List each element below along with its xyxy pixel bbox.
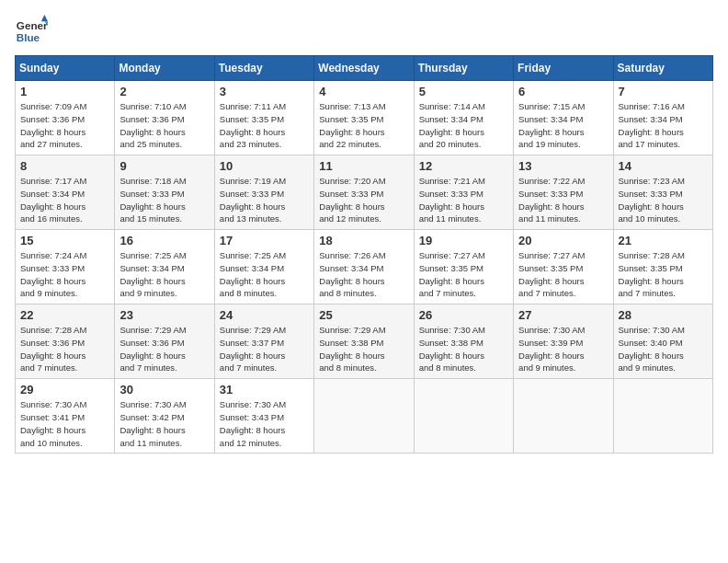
- day-number: 16: [119, 234, 209, 247]
- day-info: Sunrise: 7:29 AM Sunset: 3:38 PM Dayligh…: [319, 324, 408, 374]
- day-info: Sunrise: 7:13 AM Sunset: 3:35 PM Dayligh…: [319, 100, 408, 151]
- day-info: Sunrise: 7:15 AM Sunset: 3:34 PM Dayligh…: [518, 100, 608, 151]
- calendar-cell: [314, 379, 414, 454]
- day-info: Sunrise: 7:30 AM Sunset: 3:38 PM Dayligh…: [419, 324, 508, 374]
- header-wednesday: Wednesday: [314, 56, 414, 81]
- day-info: Sunrise: 7:18 AM Sunset: 3:33 PM Dayligh…: [119, 175, 209, 225]
- day-number: 18: [319, 234, 408, 247]
- day-info: Sunrise: 7:30 AM Sunset: 3:43 PM Dayligh…: [220, 398, 309, 449]
- day-info: Sunrise: 7:25 AM Sunset: 3:34 PM Dayligh…: [220, 249, 309, 300]
- day-info: Sunrise: 7:29 AM Sunset: 3:37 PM Dayligh…: [220, 324, 309, 374]
- day-number: 30: [119, 383, 209, 396]
- day-info: Sunrise: 7:26 AM Sunset: 3:34 PM Dayligh…: [319, 249, 408, 300]
- day-number: 24: [220, 308, 309, 322]
- calendar-cell: 1Sunrise: 7:09 AM Sunset: 3:36 PM Daylig…: [16, 81, 115, 155]
- day-info: Sunrise: 7:11 AM Sunset: 3:35 PM Dayligh…: [220, 100, 309, 151]
- day-number: 15: [20, 234, 109, 247]
- calendar-cell: 13Sunrise: 7:22 AM Sunset: 3:33 PM Dayli…: [514, 155, 613, 230]
- day-info: Sunrise: 7:17 AM Sunset: 3:34 PM Dayligh…: [20, 175, 109, 225]
- day-number: 5: [419, 85, 508, 98]
- day-info: Sunrise: 7:28 AM Sunset: 3:36 PM Dayligh…: [20, 324, 109, 374]
- day-info: Sunrise: 7:10 AM Sunset: 3:36 PM Dayligh…: [119, 100, 209, 151]
- day-number: 28: [619, 308, 708, 322]
- day-number: 9: [119, 159, 209, 173]
- day-info: Sunrise: 7:19 AM Sunset: 3:33 PM Dayligh…: [220, 175, 309, 225]
- day-number: 11: [319, 159, 408, 173]
- calendar-week-row: 29Sunrise: 7:30 AM Sunset: 3:41 PM Dayli…: [16, 379, 713, 454]
- day-info: Sunrise: 7:30 AM Sunset: 3:41 PM Dayligh…: [20, 398, 109, 449]
- calendar-cell: 27Sunrise: 7:30 AM Sunset: 3:39 PM Dayli…: [514, 304, 613, 379]
- day-number: 4: [319, 85, 408, 98]
- day-info: Sunrise: 7:23 AM Sunset: 3:33 PM Dayligh…: [619, 175, 708, 225]
- calendar-cell: [514, 379, 613, 454]
- calendar-cell: 18Sunrise: 7:26 AM Sunset: 3:34 PM Dayli…: [314, 230, 414, 304]
- day-info: Sunrise: 7:20 AM Sunset: 3:33 PM Dayligh…: [319, 175, 408, 225]
- header-tuesday: Tuesday: [214, 56, 313, 81]
- header-friday: Friday: [514, 56, 613, 81]
- svg-text:Blue: Blue: [17, 31, 40, 43]
- day-number: 22: [20, 308, 109, 322]
- calendar-cell: 20Sunrise: 7:27 AM Sunset: 3:35 PM Dayli…: [514, 230, 613, 304]
- day-number: 20: [518, 234, 608, 247]
- header-thursday: Thursday: [414, 56, 513, 81]
- day-info: Sunrise: 7:28 AM Sunset: 3:35 PM Dayligh…: [619, 249, 708, 300]
- calendar-cell: 19Sunrise: 7:27 AM Sunset: 3:35 PM Dayli…: [414, 230, 513, 304]
- day-info: Sunrise: 7:27 AM Sunset: 3:35 PM Dayligh…: [419, 249, 508, 300]
- day-number: 2: [119, 85, 209, 98]
- day-number: 1: [20, 85, 109, 98]
- day-number: 3: [220, 85, 309, 98]
- calendar-cell: 30Sunrise: 7:30 AM Sunset: 3:42 PM Dayli…: [115, 379, 214, 454]
- calendar-cell: [613, 379, 712, 454]
- day-number: 10: [220, 159, 309, 173]
- day-info: Sunrise: 7:29 AM Sunset: 3:36 PM Dayligh…: [119, 324, 209, 374]
- day-number: 17: [220, 234, 309, 247]
- logo-icon: General Blue: [15, 15, 48, 48]
- calendar-cell: 25Sunrise: 7:29 AM Sunset: 3:38 PM Dayli…: [314, 304, 414, 379]
- calendar-cell: 12Sunrise: 7:21 AM Sunset: 3:33 PM Dayli…: [414, 155, 513, 230]
- logo: General Blue: [15, 15, 48, 48]
- day-info: Sunrise: 7:22 AM Sunset: 3:33 PM Dayligh…: [518, 175, 608, 225]
- calendar-header-row: Sunday Monday Tuesday Wednesday Thursday…: [16, 56, 713, 81]
- day-info: Sunrise: 7:25 AM Sunset: 3:34 PM Dayligh…: [119, 249, 209, 300]
- calendar-cell: 16Sunrise: 7:25 AM Sunset: 3:34 PM Dayli…: [115, 230, 214, 304]
- calendar-cell: 15Sunrise: 7:24 AM Sunset: 3:33 PM Dayli…: [16, 230, 115, 304]
- day-number: 7: [619, 85, 708, 98]
- calendar-week-row: 15Sunrise: 7:24 AM Sunset: 3:33 PM Dayli…: [16, 230, 713, 304]
- day-info: Sunrise: 7:24 AM Sunset: 3:33 PM Dayligh…: [20, 249, 109, 300]
- day-info: Sunrise: 7:30 AM Sunset: 3:40 PM Dayligh…: [619, 324, 708, 374]
- day-number: 26: [419, 308, 508, 322]
- calendar-cell: 10Sunrise: 7:19 AM Sunset: 3:33 PM Dayli…: [214, 155, 313, 230]
- day-info: Sunrise: 7:14 AM Sunset: 3:34 PM Dayligh…: [419, 100, 508, 151]
- day-number: 14: [619, 159, 708, 173]
- calendar-cell: 4Sunrise: 7:13 AM Sunset: 3:35 PM Daylig…: [314, 81, 414, 155]
- day-info: Sunrise: 7:21 AM Sunset: 3:33 PM Dayligh…: [419, 175, 508, 225]
- calendar-cell: 31Sunrise: 7:30 AM Sunset: 3:43 PM Dayli…: [214, 379, 313, 454]
- day-info: Sunrise: 7:30 AM Sunset: 3:42 PM Dayligh…: [119, 398, 209, 449]
- day-info: Sunrise: 7:16 AM Sunset: 3:34 PM Dayligh…: [619, 100, 708, 151]
- day-number: 23: [119, 308, 209, 322]
- calendar-cell: [414, 379, 513, 454]
- header-sunday: Sunday: [16, 56, 115, 81]
- calendar-cell: 23Sunrise: 7:29 AM Sunset: 3:36 PM Dayli…: [115, 304, 214, 379]
- calendar-cell: 17Sunrise: 7:25 AM Sunset: 3:34 PM Dayli…: [214, 230, 313, 304]
- svg-marker-2: [41, 15, 48, 21]
- calendar-table: Sunday Monday Tuesday Wednesday Thursday…: [15, 55, 713, 454]
- calendar-week-row: 1Sunrise: 7:09 AM Sunset: 3:36 PM Daylig…: [16, 81, 713, 155]
- day-number: 6: [518, 85, 608, 98]
- calendar-cell: 24Sunrise: 7:29 AM Sunset: 3:37 PM Dayli…: [214, 304, 313, 379]
- calendar-cell: 26Sunrise: 7:30 AM Sunset: 3:38 PM Dayli…: [414, 304, 513, 379]
- day-number: 12: [419, 159, 508, 173]
- calendar-cell: 7Sunrise: 7:16 AM Sunset: 3:34 PM Daylig…: [613, 81, 712, 155]
- day-number: 21: [619, 234, 708, 247]
- header-saturday: Saturday: [613, 56, 712, 81]
- calendar-cell: 11Sunrise: 7:20 AM Sunset: 3:33 PM Dayli…: [314, 155, 414, 230]
- calendar-cell: 21Sunrise: 7:28 AM Sunset: 3:35 PM Dayli…: [613, 230, 712, 304]
- day-info: Sunrise: 7:27 AM Sunset: 3:35 PM Dayligh…: [518, 249, 608, 300]
- calendar-cell: 2Sunrise: 7:10 AM Sunset: 3:36 PM Daylig…: [115, 81, 214, 155]
- calendar-cell: 8Sunrise: 7:17 AM Sunset: 3:34 PM Daylig…: [16, 155, 115, 230]
- page-header: General Blue: [15, 15, 713, 48]
- calendar-week-row: 22Sunrise: 7:28 AM Sunset: 3:36 PM Dayli…: [16, 304, 713, 379]
- calendar-cell: 9Sunrise: 7:18 AM Sunset: 3:33 PM Daylig…: [115, 155, 214, 230]
- calendar-cell: 5Sunrise: 7:14 AM Sunset: 3:34 PM Daylig…: [414, 81, 513, 155]
- calendar-week-row: 8Sunrise: 7:17 AM Sunset: 3:34 PM Daylig…: [16, 155, 713, 230]
